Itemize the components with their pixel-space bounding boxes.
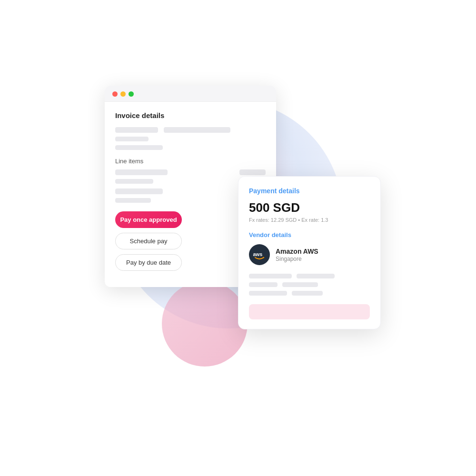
skeleton-bar: [115, 145, 163, 150]
skeleton-bar: [249, 291, 287, 296]
skeleton-bar: [115, 188, 163, 194]
dot-red: [112, 91, 118, 97]
skeleton-bar: [164, 127, 230, 133]
payment-amount: 500 SGD: [249, 200, 370, 215]
vendor-section-title: Vendor details: [249, 231, 370, 238]
dot-green: [129, 91, 134, 97]
payment-card-title: Payment details: [249, 187, 370, 195]
skeleton-row-4: [115, 169, 266, 175]
skeleton-bar: [239, 169, 266, 175]
card-skel-row-2: [249, 282, 370, 287]
payment-card: Payment details 500 SGD Fx rates: 12.29 …: [238, 176, 381, 329]
line-items-label: Line items: [115, 158, 266, 165]
svg-text:aws: aws: [253, 251, 263, 257]
main-scene: Invoice details Line items: [105, 71, 371, 405]
bg-circle-pink: [162, 281, 248, 367]
vendor-row: aws Amazon AWS Singapore: [249, 244, 370, 265]
dot-yellow: [120, 91, 126, 97]
skeleton-bar: [297, 274, 335, 278]
vendor-location: Singapore: [276, 256, 318, 262]
invoice-title: Invoice details: [115, 111, 266, 119]
card-skel-row-1: [249, 274, 370, 278]
pay-once-approved-button[interactable]: Pay once approved: [115, 211, 182, 228]
skeleton-row-2: [115, 137, 266, 141]
card-skel-row-3: [249, 291, 370, 296]
skeleton-row-1: [115, 127, 266, 133]
skeleton-row-3: [115, 145, 266, 150]
window-titlebar: [105, 86, 276, 102]
aws-logo: aws: [249, 244, 270, 265]
aws-logo-icon: aws: [252, 248, 267, 262]
card-action-skeleton: [249, 304, 370, 319]
vendor-info: Amazon AWS Singapore: [276, 247, 318, 262]
skeleton-bar: [249, 274, 292, 278]
schedule-pay-button[interactable]: Schedule pay: [115, 233, 182, 249]
skeleton-bar: [249, 282, 278, 287]
vendor-name: Amazon AWS: [276, 247, 318, 256]
payment-fx: Fx rates: 12.29 SGD • Ex rate: 1.3: [249, 217, 370, 223]
skeleton-bar: [282, 282, 318, 287]
pay-by-due-date-button[interactable]: Pay by due date: [115, 254, 182, 271]
skeleton-bar: [292, 291, 323, 296]
skeleton-bar: [115, 137, 149, 141]
skeleton-bar: [115, 198, 151, 203]
skeleton-bar: [115, 127, 158, 133]
skeleton-bar: [115, 179, 153, 184]
skeleton-bar: [115, 169, 168, 175]
card-skeleton-group: [249, 274, 370, 319]
